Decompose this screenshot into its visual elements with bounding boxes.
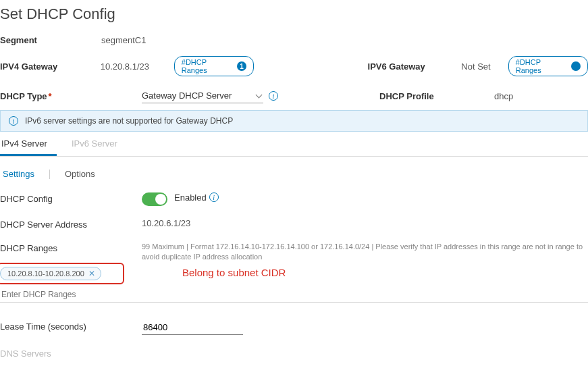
segment-label: Segment <box>0 35 101 45</box>
required-mark: * <box>49 91 52 101</box>
ipv4-dhcp-ranges-chip[interactable]: #DHCP Ranges 1 <box>174 56 254 76</box>
dhcp-config-state: Enabled <box>174 192 207 203</box>
ipv6-chip-count <box>571 61 581 71</box>
dhcp-type-value: Gateway DHCP Server <box>142 91 232 101</box>
remove-range-icon[interactable]: ✕ <box>87 269 97 278</box>
divider <box>49 170 50 179</box>
dns-servers-label: DNS Servers <box>0 347 142 359</box>
ipv4-gateway-value: 10.20.8.1/23 <box>101 61 174 72</box>
dhcp-ranges-input[interactable] <box>0 286 588 303</box>
subtab-options[interactable]: Options <box>62 167 98 180</box>
dhcp-config-toggle[interactable] <box>142 192 167 206</box>
ipv4-chip-count: 1 <box>237 61 246 71</box>
tab-ipv6-server: IPv6 Server <box>70 132 127 156</box>
dhcp-server-address-value: 10.20.6.1/23 <box>142 218 190 228</box>
dhcp-type-select[interactable]: Gateway DHCP Server <box>142 88 263 103</box>
ipv4-chip-label: #DHCP Ranges <box>182 58 234 74</box>
dhcp-profile-label: DHCP Profile <box>379 91 494 101</box>
page-title: Set DHCP Config <box>0 5 588 23</box>
dhcp-ranges-label: DHCP Ranges <box>0 242 142 253</box>
segment-value: segmentC1 <box>101 35 146 45</box>
lease-time-input[interactable] <box>142 320 243 335</box>
info-icon[interactable]: i <box>269 91 278 101</box>
chevron-down-icon <box>257 93 263 99</box>
dhcp-server-address-label: DHCP Server Address <box>0 218 142 230</box>
dhcp-range-chip-text: 10.20.8.10-10.20.8.200 <box>7 269 84 278</box>
dhcp-ranges-hint: 99 Maximum | Format 172.16.14.10-172.16.… <box>142 242 588 263</box>
dhcp-type-label: DHCP Type* <box>0 91 142 101</box>
ipv6-warning-alert: i IPv6 server settings are not supported… <box>0 110 588 132</box>
dhcp-profile-value: dhcp <box>494 91 513 101</box>
dhcp-range-chip[interactable]: 10.20.8.10-10.20.8.200 ✕ <box>0 267 101 280</box>
tab-ipv4-server[interactable]: IPv4 Server <box>0 132 57 156</box>
dhcp-config-label: DHCP Config <box>0 192 142 204</box>
ipv4-gateway-label: IPV4 Gateway <box>0 61 101 72</box>
ipv6-gateway-label: IPV6 Gateway <box>368 61 462 72</box>
info-icon[interactable]: i <box>209 192 219 202</box>
lease-time-label: Lease Time (seconds) <box>0 320 142 332</box>
ipv6-chip-label: #DHCP Ranges <box>516 58 568 74</box>
ipv6-gateway-value: Not Set <box>461 61 508 72</box>
ipv6-dhcp-ranges-chip[interactable]: #DHCP Ranges <box>508 56 588 76</box>
subtab-settings[interactable]: Settings <box>0 167 37 180</box>
annotation-text: Belong to subnet CIDR <box>182 267 286 278</box>
alert-text: IPv6 server settings are not supported f… <box>25 116 233 126</box>
info-icon: i <box>9 116 18 126</box>
